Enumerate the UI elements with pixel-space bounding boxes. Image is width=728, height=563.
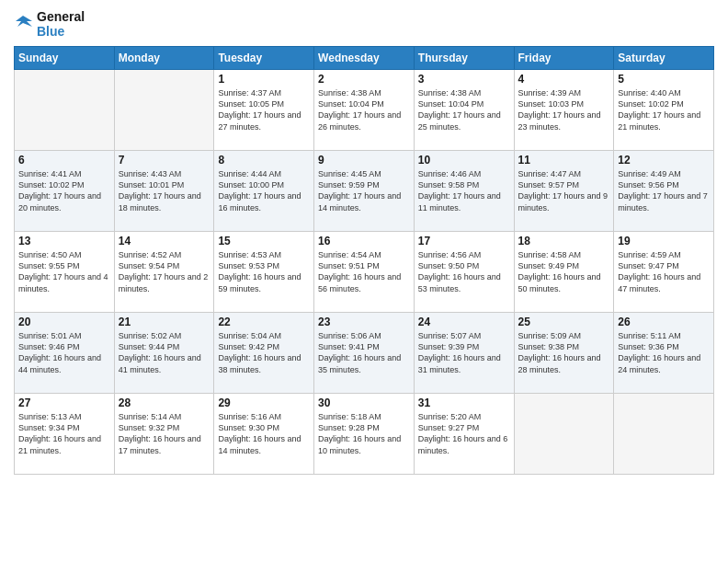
sunrise-label: Sunrise: 4:38 AM (418, 88, 482, 98)
week-row-3: 13 Sunrise: 4:50 AM Sunset: 9:55 PM Dayl… (15, 232, 714, 313)
week-row-2: 6 Sunrise: 4:41 AM Sunset: 10:02 PM Dayl… (15, 151, 714, 232)
calendar-cell (514, 394, 614, 475)
day-number: 28 (119, 396, 210, 409)
col-header-wednesday: Wednesday (314, 47, 415, 70)
day-info: Sunrise: 5:07 AM Sunset: 9:39 PM Dayligh… (418, 330, 510, 375)
sunset-label: Sunset: 9:47 PM (618, 261, 679, 270)
daylight-label: Daylight: 17 hours and 2 minutes. (119, 272, 209, 293)
daylight-label: Daylight: 17 hours and 7 minutes. (618, 191, 708, 212)
day-number: 6 (18, 154, 110, 167)
sunrise-label: Sunrise: 5:11 AM (618, 331, 681, 340)
sunset-label: Sunset: 9:27 PM (418, 423, 480, 432)
calendar-cell: 11 Sunrise: 4:47 AM Sunset: 9:57 PM Dayl… (514, 151, 614, 232)
day-number: 11 (518, 154, 610, 167)
daylight-label: Daylight: 17 hours and 21 minutes. (618, 110, 700, 131)
logo-blue: Blue (37, 24, 85, 39)
sunrise-label: Sunrise: 4:54 AM (318, 250, 381, 259)
calendar-cell: 16 Sunrise: 4:54 AM Sunset: 9:51 PM Dayl… (314, 232, 415, 313)
sunrise-label: Sunrise: 5:18 AM (318, 412, 381, 421)
day-info: Sunrise: 4:39 AM Sunset: 10:03 PM Daylig… (518, 87, 610, 132)
day-info: Sunrise: 5:11 AM Sunset: 9:36 PM Dayligh… (618, 330, 710, 375)
calendar-cell: 23 Sunrise: 5:06 AM Sunset: 9:41 PM Dayl… (314, 313, 415, 394)
col-header-monday: Monday (114, 47, 214, 70)
day-info: Sunrise: 4:44 AM Sunset: 10:00 PM Daylig… (218, 168, 310, 213)
logo-branding: General Blue (14, 9, 85, 39)
page: General Blue SundayMondayTuesdayWednesda… (0, 0, 728, 563)
day-number: 26 (618, 316, 710, 328)
col-header-tuesday: Tuesday (214, 47, 314, 70)
day-info: Sunrise: 4:45 AM Sunset: 9:59 PM Dayligh… (318, 168, 410, 213)
week-row-5: 27 Sunrise: 5:13 AM Sunset: 9:34 PM Dayl… (15, 394, 714, 475)
calendar-cell: 26 Sunrise: 5:11 AM Sunset: 9:36 PM Dayl… (614, 313, 714, 394)
sunrise-label: Sunrise: 4:53 AM (218, 250, 281, 259)
sunrise-label: Sunrise: 5:16 AM (218, 412, 281, 421)
daylight-label: Daylight: 16 hours and 50 minutes. (518, 272, 601, 293)
day-info: Sunrise: 5:06 AM Sunset: 9:41 PM Dayligh… (318, 330, 410, 375)
sunrise-label: Sunrise: 5:13 AM (18, 412, 82, 421)
calendar-cell: 17 Sunrise: 4:56 AM Sunset: 9:50 PM Dayl… (414, 232, 514, 313)
calendar-header-row: SundayMondayTuesdayWednesdayThursdayFrid… (15, 47, 714, 70)
col-header-sunday: Sunday (15, 47, 115, 70)
day-info: Sunrise: 4:49 AM Sunset: 9:56 PM Dayligh… (618, 168, 710, 213)
sunrise-label: Sunrise: 4:46 AM (418, 169, 482, 178)
daylight-label: Daylight: 16 hours and 6 minutes. (418, 434, 508, 454)
daylight-label: Daylight: 17 hours and 25 minutes. (418, 110, 501, 131)
day-info: Sunrise: 4:54 AM Sunset: 9:51 PM Dayligh… (318, 249, 410, 294)
daylight-label: Daylight: 17 hours and 11 minutes. (418, 191, 501, 212)
svg-marker-0 (16, 16, 32, 27)
sunset-label: Sunset: 9:34 PM (18, 423, 80, 432)
calendar-cell: 18 Sunrise: 4:58 AM Sunset: 9:49 PM Dayl… (514, 232, 614, 313)
sunrise-label: Sunrise: 4:41 AM (18, 169, 82, 178)
sunrise-label: Sunrise: 4:37 AM (218, 88, 281, 98)
logo-general: General (37, 9, 85, 24)
calendar-cell: 8 Sunrise: 4:44 AM Sunset: 10:00 PM Dayl… (214, 151, 314, 232)
calendar-cell: 22 Sunrise: 5:04 AM Sunset: 9:42 PM Dayl… (214, 313, 314, 394)
calendar-cell: 24 Sunrise: 5:07 AM Sunset: 9:39 PM Dayl… (414, 313, 514, 394)
calendar-cell: 7 Sunrise: 4:43 AM Sunset: 10:01 PM Dayl… (114, 151, 214, 232)
day-info: Sunrise: 4:53 AM Sunset: 9:53 PM Dayligh… (218, 249, 310, 294)
sunset-label: Sunset: 9:30 PM (218, 423, 279, 432)
sunset-label: Sunset: 9:58 PM (418, 180, 480, 190)
daylight-label: Daylight: 17 hours and 9 minutes. (518, 191, 609, 212)
calendar-cell: 29 Sunrise: 5:16 AM Sunset: 9:30 PM Dayl… (214, 394, 314, 475)
daylight-label: Daylight: 17 hours and 26 minutes. (318, 110, 401, 131)
day-number: 31 (418, 396, 510, 409)
daylight-label: Daylight: 16 hours and 41 minutes. (119, 353, 201, 373)
day-number: 4 (518, 73, 610, 86)
sunrise-label: Sunrise: 5:14 AM (119, 412, 182, 421)
daylight-label: Daylight: 16 hours and 59 minutes. (218, 272, 301, 293)
sunset-label: Sunset: 9:36 PM (618, 342, 679, 351)
day-number: 27 (18, 396, 110, 409)
sunrise-label: Sunrise: 5:09 AM (518, 331, 582, 340)
sunset-label: Sunset: 9:38 PM (518, 342, 580, 351)
sunset-label: Sunset: 9:44 PM (119, 342, 180, 351)
calendar-cell: 14 Sunrise: 4:52 AM Sunset: 9:54 PM Dayl… (114, 232, 214, 313)
sunrise-label: Sunrise: 5:04 AM (218, 331, 281, 340)
sunset-label: Sunset: 10:04 PM (418, 99, 484, 109)
sunset-label: Sunset: 10:03 PM (518, 99, 585, 109)
sunrise-label: Sunrise: 4:39 AM (518, 88, 582, 98)
day-info: Sunrise: 4:38 AM Sunset: 10:04 PM Daylig… (318, 87, 410, 132)
day-number: 14 (119, 235, 210, 247)
day-number: 5 (618, 73, 710, 86)
logo: General Blue (14, 9, 85, 39)
daylight-label: Daylight: 16 hours and 28 minutes. (518, 353, 601, 373)
day-number: 12 (618, 154, 710, 167)
sunrise-label: Sunrise: 5:01 AM (18, 331, 82, 340)
sunrise-label: Sunrise: 5:06 AM (318, 331, 381, 340)
col-header-thursday: Thursday (414, 47, 514, 70)
day-info: Sunrise: 5:09 AM Sunset: 9:38 PM Dayligh… (518, 330, 610, 375)
sunrise-label: Sunrise: 4:44 AM (218, 169, 281, 178)
day-number: 10 (418, 154, 510, 167)
calendar-cell: 1 Sunrise: 4:37 AM Sunset: 10:05 PM Dayl… (214, 70, 314, 151)
day-info: Sunrise: 4:38 AM Sunset: 10:04 PM Daylig… (418, 87, 510, 132)
calendar-cell: 27 Sunrise: 5:13 AM Sunset: 9:34 PM Dayl… (15, 394, 115, 475)
day-info: Sunrise: 5:20 AM Sunset: 9:27 PM Dayligh… (418, 411, 510, 456)
sunset-label: Sunset: 9:41 PM (318, 342, 380, 351)
day-number: 3 (418, 73, 510, 86)
calendar-cell: 2 Sunrise: 4:38 AM Sunset: 10:04 PM Dayl… (314, 70, 415, 151)
calendar-cell: 13 Sunrise: 4:50 AM Sunset: 9:55 PM Dayl… (15, 232, 115, 313)
day-number: 22 (218, 316, 310, 328)
sunrise-label: Sunrise: 4:59 AM (618, 250, 681, 259)
day-number: 13 (18, 235, 110, 247)
